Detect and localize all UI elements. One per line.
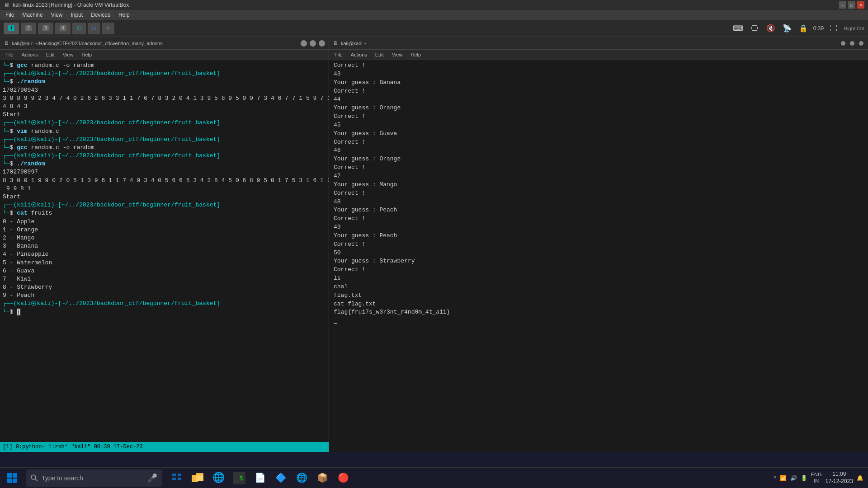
right-line-32: Your guess : Strawberry (334, 257, 863, 266)
systray-network: 📶 (780, 475, 787, 481)
systray-notifications[interactable]: 🔔 (857, 475, 863, 481)
keyboard-icon[interactable]: ⌨ (732, 22, 745, 35)
right-line-39: flag{fru17s_w3r3nt_r4nd0m_4t_a11} (334, 308, 863, 317)
taskbar-terminal[interactable]: _$ (230, 469, 249, 488)
taskbar-app-extra1[interactable]: 🔷 (271, 469, 290, 488)
left-line-34: 9 - Peach (3, 291, 326, 300)
left-line-28: 3 - Banana (3, 242, 326, 250)
red-app-icon: 🔴 (337, 472, 349, 484)
right-line-40: █ (334, 317, 863, 325)
titlebar-controls[interactable]: ─ □ ✕ (839, 1, 864, 9)
toolbar-tab-2[interactable]: 2 (21, 23, 36, 34)
left-term-minimize[interactable] (301, 40, 307, 47)
systray-battery: 🔋 (801, 475, 807, 481)
taskbar-start-button[interactable] (0, 468, 24, 488)
toolbar-tab-kali[interactable]: ⬡ (72, 23, 86, 34)
left-term-close[interactable] (319, 40, 325, 47)
audio-icon[interactable]: 🔇 (764, 22, 777, 35)
right-terminal-content[interactable]: Correct ! 43 Your guess : Banana Correct… (329, 60, 868, 452)
file-explorer-icon (191, 472, 204, 484)
titlebar: 🖥 kali-linux-2023 [Running] - Oracle VM … (0, 0, 868, 10)
right-menu-edit[interactable]: Edit (372, 51, 387, 58)
left-menu-view[interactable]: View (59, 51, 77, 58)
toolbar-tab-extra[interactable]: ⊙ (102, 23, 114, 34)
app-extra1-icon: 🔷 (274, 472, 287, 484)
close-button[interactable]: ✕ (857, 1, 864, 9)
left-terminal: 🖥 kali@kali: ~/Hacking/CTF/2023/backdoor… (0, 37, 329, 452)
left-line-17: └─$ ./random (3, 160, 326, 168)
taskbar-taskview[interactable] (167, 469, 186, 488)
menu-devices[interactable]: Devices (87, 11, 114, 19)
right-term-controls[interactable] (840, 41, 864, 46)
left-terminal-title: kali@kali: ~/Hacking/CTF/2023/backdoor_c… (12, 41, 163, 46)
taskbar: Type to search 🎤 (0, 467, 868, 488)
maximize-button[interactable]: □ (848, 1, 855, 9)
vm-toolbar-right: ⌨ 🖵 🔇 📡 🔒 0:39 ⛶ Right Ctrl (732, 22, 864, 35)
left-line-7: 4 8 4 3 (3, 103, 326, 111)
right-line-37: flag.txt (334, 291, 863, 300)
right-line-13: Correct ! (334, 138, 863, 147)
right-line-3: 43 (334, 70, 863, 79)
left-menu-file[interactable]: File (2, 51, 17, 58)
left-line-25: 0 - Apple (3, 218, 326, 226)
left-menu-help[interactable]: Help (78, 51, 95, 58)
right-line-16: Your guess : Orange (334, 155, 863, 164)
vm-time: 0:39 (813, 25, 824, 32)
right-terminal: 🖥 kali@kali: ~ File Actions Edit View He… (329, 37, 868, 452)
network-icon[interactable]: 📡 (781, 22, 793, 35)
left-line-21: Start (3, 193, 326, 201)
menu-file[interactable]: File (2, 11, 18, 19)
taskview-icon (170, 472, 183, 484)
right-line-9: Correct ! (334, 113, 863, 121)
left-term-maximize[interactable] (310, 40, 316, 47)
menu-machine[interactable]: Machine (19, 11, 46, 19)
right-line-8: Your guess : Orange (334, 104, 863, 113)
menu-view[interactable]: View (47, 11, 66, 19)
cortana-icon: 🎤 (147, 473, 157, 483)
taskbar-red-app[interactable]: 🔴 (334, 469, 353, 488)
right-menu-actions[interactable]: Actions (347, 51, 371, 58)
menu-help[interactable]: Help (115, 11, 133, 19)
svg-rect-6 (172, 474, 176, 476)
left-line-27: 2 - Mango (3, 234, 326, 242)
svg-rect-7 (178, 474, 181, 476)
right-menu-view[interactable]: View (388, 51, 406, 58)
display-icon[interactable]: 🖵 (748, 22, 761, 35)
left-terminal-content[interactable]: └─$ gcc random.c -o random ┌──(kali㉿kali… (0, 60, 329, 442)
svg-rect-12 (196, 475, 203, 481)
left-line-5: 1702790943 (3, 86, 326, 94)
right-line-11: 45 (334, 121, 863, 130)
systray-chevron[interactable]: ^ (774, 475, 776, 481)
taskbar-edge[interactable]: 🌐 (209, 469, 228, 488)
left-term-controls[interactable] (301, 40, 325, 47)
minimize-button[interactable]: ─ (839, 1, 846, 9)
toolbar-tab-1[interactable]: 1 (4, 23, 19, 34)
left-menu-edit[interactable]: Edit (42, 51, 58, 58)
right-status-dot-3 (859, 41, 863, 46)
right-status-dot-2 (850, 41, 854, 46)
usb-icon[interactable]: 🔒 (797, 22, 810, 35)
left-menu-actions[interactable]: Actions (18, 51, 42, 58)
right-line-35: ls (334, 274, 863, 283)
taskbar-cube[interactable]: 📦 (313, 469, 332, 488)
taskbar-file-explorer[interactable] (188, 469, 207, 488)
taskbar-search[interactable]: Type to search 🎤 (26, 469, 162, 487)
menu-input[interactable]: Input (67, 11, 87, 19)
left-line-10: ┌──(kali㉿kali)-[~/../2023/backdoor_ctf/b… (3, 119, 326, 127)
right-menu-file[interactable]: File (331, 51, 346, 58)
toolbar-tab-browser[interactable]: ◯ (88, 23, 100, 34)
taskbar-notepad[interactable]: 📄 (250, 469, 269, 488)
left-line-38: ┌──(kali㉿kali)-[~/../2023/backdoor_ctf/b… (3, 300, 326, 308)
left-line-26: 1 - Orange (3, 226, 326, 234)
left-line-13: ┌──(kali㉿kali)-[~/../2023/backdoor_ctf/b… (3, 136, 326, 144)
fullscreen-icon[interactable]: ⛶ (827, 22, 840, 35)
taskbar-chrome[interactable]: 🌐 (292, 469, 311, 488)
left-line-33: 8 - Strawberry (3, 283, 326, 291)
taskbar-clock[interactable]: 11:09 17-12-2023 (826, 471, 853, 485)
toolbar-tab-3[interactable]: 3 (38, 23, 53, 34)
right-terminal-title: kali@kali: ~ (341, 41, 367, 46)
left-line-30: 5 - Watermelon (3, 259, 326, 267)
toolbar-tab-4[interactable]: 4 (55, 23, 71, 34)
right-menu-help[interactable]: Help (407, 51, 425, 58)
right-line-20: Your guess : Mango (334, 181, 863, 189)
